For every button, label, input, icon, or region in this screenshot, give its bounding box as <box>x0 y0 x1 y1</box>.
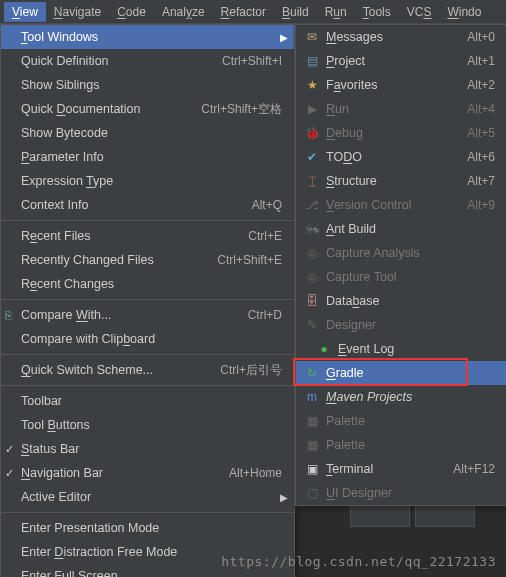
menu-item-expression-type[interactable]: Expression Type <box>1 169 294 193</box>
palette-icon: ▦ <box>304 437 320 453</box>
menu-item-parameter-info[interactable]: Parameter Info <box>1 145 294 169</box>
menu-item-label: Compare with Clipboard <box>21 332 282 346</box>
submenu-item-todo[interactable]: ✔TODOAlt+6 <box>296 145 506 169</box>
menubar-analyze[interactable]: Analyze <box>154 2 213 22</box>
ui-icon: ▢ <box>304 485 320 501</box>
shortcut-label: Alt+2 <box>467 78 495 92</box>
submenu-arrow-icon: ▶ <box>280 32 288 43</box>
menu-item-recent-files[interactable]: Recent FilesCtrl+E <box>1 224 294 248</box>
submenu-item-label: Favorites <box>326 78 467 92</box>
submenu-item-label: Project <box>326 54 467 68</box>
menu-item-label: Quick Switch Scheme... <box>21 363 220 377</box>
submenu-item-label: Version Control <box>326 198 467 212</box>
menu-item-label: Recent Changes <box>21 277 282 291</box>
menu-item-context-info[interactable]: Context InfoAlt+Q <box>1 193 294 217</box>
submenu-item-label: Maven Projects <box>326 390 495 404</box>
view-menu-dropdown: Tool Windows▶Quick DefinitionCtrl+Shift+… <box>0 24 295 577</box>
menu-item-quick-definition[interactable]: Quick DefinitionCtrl+Shift+I <box>1 49 294 73</box>
menubar-run[interactable]: Run <box>317 2 355 22</box>
menu-item-quick-switch-scheme-[interactable]: Quick Switch Scheme...Ctrl+后引号 <box>1 358 294 382</box>
menubar-code[interactable]: Code <box>109 2 154 22</box>
maven-icon: m <box>304 389 320 405</box>
database-icon: 🗄 <box>304 293 320 309</box>
submenu-item-label: Palette <box>326 414 495 428</box>
menu-item-compare-with-[interactable]: ⎘Compare With...Ctrl+D <box>1 303 294 327</box>
menu-item-label: Parameter Info <box>21 150 282 164</box>
menubar-refactor[interactable]: Refactor <box>213 2 274 22</box>
menu-item-label: Navigation Bar <box>21 466 229 480</box>
compare-icon: ⎘ <box>5 309 12 321</box>
menu-item-label: Enter Full Screen <box>21 569 282 577</box>
menu-item-show-siblings[interactable]: Show Siblings <box>1 73 294 97</box>
menu-item-tool-windows[interactable]: Tool Windows▶ <box>1 25 294 49</box>
menu-item-label: Show Siblings <box>21 78 282 92</box>
menubar-build[interactable]: Build <box>274 2 317 22</box>
submenu-item-label: Messages <box>326 30 467 44</box>
todo-icon: ✔ <box>304 149 320 165</box>
submenu-item-label: Terminal <box>326 462 453 476</box>
menu-item-show-bytecode[interactable]: Show Bytecode <box>1 121 294 145</box>
shortcut-label: Ctrl+后引号 <box>220 362 282 379</box>
submenu-item-label: Palette <box>326 438 495 452</box>
submenu-item-version-control: ⎇Version ControlAlt+9 <box>296 193 506 217</box>
star-icon: ★ <box>304 77 320 93</box>
terminal-icon: ▣ <box>304 461 320 477</box>
menu-item-label: Status Bar <box>21 442 282 456</box>
submenu-item-event-log[interactable]: ●Event Log <box>296 337 506 361</box>
submenu-item-gradle[interactable]: ↻Gradle <box>296 361 506 385</box>
menu-item-label: Compare With... <box>21 308 248 322</box>
shortcut-label: Alt+6 <box>467 150 495 164</box>
submenu-item-label: Ant Build <box>326 222 495 236</box>
menu-item-label: Quick Documentation <box>21 102 201 116</box>
menu-item-navigation-bar[interactable]: ✓Navigation BarAlt+Home <box>1 461 294 485</box>
shortcut-label: Ctrl+Shift+I <box>222 54 282 68</box>
shortcut-label: Alt+1 <box>467 54 495 68</box>
menu-item-status-bar[interactable]: ✓Status Bar <box>1 437 294 461</box>
watermark: https://blog.csdn.net/qq_22172133 <box>221 554 496 569</box>
designer-icon: ✎ <box>304 317 320 333</box>
folder-icon: ▤ <box>304 53 320 69</box>
submenu-item-label: Debug <box>326 126 467 140</box>
menu-item-toolbar[interactable]: Toolbar <box>1 389 294 413</box>
menu-item-recent-changes[interactable]: Recent Changes <box>1 272 294 296</box>
menubar-tools[interactable]: Tools <box>355 2 399 22</box>
submenu-item-label: Designer <box>326 318 495 332</box>
submenu-item-database[interactable]: 🗄Database <box>296 289 506 313</box>
shortcut-label: Alt+0 <box>467 30 495 44</box>
submenu-arrow-icon: ▶ <box>280 492 288 503</box>
ant-icon: 🐜 <box>304 221 320 237</box>
gradle-icon: ↻ <box>304 365 320 381</box>
submenu-item-terminal[interactable]: ▣TerminalAlt+F12 <box>296 457 506 481</box>
submenu-item-maven-projects[interactable]: mMaven Projects <box>296 385 506 409</box>
menu-item-tool-buttons[interactable]: Tool Buttons <box>1 413 294 437</box>
capture-icon: ◎ <box>304 269 320 285</box>
submenu-item-debug: 🐞DebugAlt+5 <box>296 121 506 145</box>
menubar-vcs[interactable]: VCS <box>399 2 440 22</box>
menu-item-compare-with-clipboard[interactable]: Compare with Clipboard <box>1 327 294 351</box>
submenu-item-structure[interactable]: ⌶StructureAlt+7 <box>296 169 506 193</box>
submenu-item-ant-build[interactable]: 🐜Ant Build <box>296 217 506 241</box>
submenu-item-label: Gradle <box>326 366 495 380</box>
submenu-item-favorites[interactable]: ★FavoritesAlt+2 <box>296 73 506 97</box>
menu-item-label: Show Bytecode <box>21 126 282 140</box>
menu-item-recently-changed-files[interactable]: Recently Changed FilesCtrl+Shift+E <box>1 248 294 272</box>
tool-windows-submenu: ✉MessagesAlt+0▤ProjectAlt+1★FavoritesAlt… <box>295 24 506 506</box>
shortcut-label: Ctrl+D <box>248 308 282 322</box>
submenu-item-capture-analysis: ◎Capture Analysis <box>296 241 506 265</box>
menu-item-label: Recently Changed Files <box>21 253 217 267</box>
submenu-item-label: Capture Tool <box>326 270 495 284</box>
menu-item-active-editor[interactable]: Active Editor▶ <box>1 485 294 509</box>
debug-icon: 🐞 <box>304 125 320 141</box>
menubar-navigate[interactable]: Navigate <box>46 2 109 22</box>
menubar: ViewNavigateCodeAnalyzeRefactorBuildRunT… <box>0 0 506 24</box>
shortcut-label: Alt+9 <box>467 198 495 212</box>
menubar-view[interactable]: View <box>4 2 46 22</box>
submenu-item-label: Event Log <box>338 342 495 356</box>
menu-item-enter-presentation-mode[interactable]: Enter Presentation Mode <box>1 516 294 540</box>
submenu-item-project[interactable]: ▤ProjectAlt+1 <box>296 49 506 73</box>
menubar-windo[interactable]: Windo <box>439 2 489 22</box>
menu-item-quick-documentation[interactable]: Quick DocumentationCtrl+Shift+空格 <box>1 97 294 121</box>
submenu-item-messages[interactable]: ✉MessagesAlt+0 <box>296 25 506 49</box>
shortcut-label: Alt+7 <box>467 174 495 188</box>
message-icon: ✉ <box>304 29 320 45</box>
